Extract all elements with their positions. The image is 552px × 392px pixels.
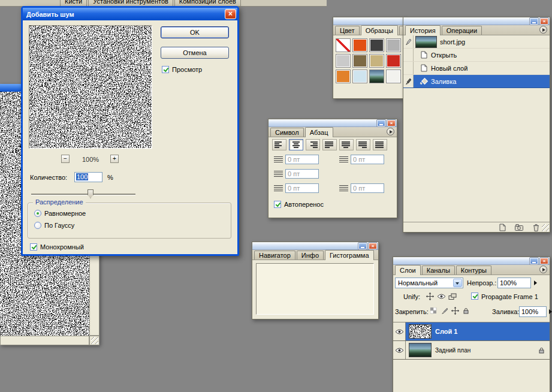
unify-style-button[interactable] [447,292,458,301]
history-titlebar[interactable]: × [403,17,550,25]
history-step-open[interactable]: Открыть [403,49,550,62]
layer-row-background[interactable]: Задний план [393,341,550,360]
propagate-checkbox[interactable] [471,293,478,300]
uniform-radio[interactable] [34,210,41,217]
swatch[interactable] [386,70,401,83]
dialog-titlebar[interactable]: Добавить шум × [23,8,237,20]
align-center-button[interactable] [289,139,303,150]
history-step-fill[interactable]: Заливка [403,75,550,88]
tab-layers[interactable]: Слои [395,265,421,275]
monochrome-checkbox[interactable] [30,243,37,251]
justify-last-right-button[interactable] [356,139,370,150]
swatch[interactable] [352,70,367,83]
space-after-field[interactable]: 0 пт [351,183,384,193]
swatch[interactable] [369,38,384,52]
histogram-titlebar[interactable]: × [252,242,378,250]
swatch[interactable] [369,54,384,68]
trash-button[interactable] [530,223,541,232]
swatch-none[interactable] [336,38,351,52]
hyphenate-checkbox[interactable] [274,201,281,208]
lock-transparency-button[interactable] [428,306,439,315]
swatch[interactable] [336,54,351,68]
history-brush-well[interactable] [403,75,414,88]
swatch[interactable] [386,38,401,52]
tab-actions[interactable]: Операции [442,26,482,35]
tab-swatches[interactable]: Образцы [361,25,398,35]
opacity-value[interactable]: 100% [497,278,531,288]
unify-position-button[interactable] [424,292,435,301]
lock-pixels-button[interactable] [439,306,450,315]
palette-resize-grip[interactable] [542,224,549,231]
blend-mode-select[interactable]: Нормальный [395,278,463,288]
fill-value[interactable]: 100% [519,306,547,317]
visibility-well[interactable] [393,322,406,340]
swatches-titlebar[interactable] [333,17,404,25]
visibility-well[interactable] [393,341,406,359]
monochrome-label: Монохромный [40,243,84,251]
lock-position-button[interactable] [450,306,460,315]
ok-button[interactable]: OK [161,26,229,38]
justify-last-left-button[interactable] [322,139,337,150]
cancel-button[interactable]: Отмена [161,47,229,59]
opacity-scrub-arrow-icon[interactable] [534,281,537,285]
minimize-button[interactable] [358,243,367,249]
history-brush-well[interactable] [403,49,414,61]
palette-menu-button[interactable] [387,128,394,135]
lock-all-button[interactable] [460,306,471,315]
tab-channels[interactable]: Каналы [422,266,455,275]
indent-left-field[interactable]: 0 пт [285,155,319,164]
close-button[interactable]: × [540,258,548,264]
history-step-new-layer[interactable]: Новый слой [403,62,550,75]
zoom-in-button[interactable]: + [110,155,119,163]
tab-info[interactable]: Инфо [297,251,324,260]
horizontal-scrollbar[interactable] [0,336,89,345]
zoom-out-button[interactable]: − [61,155,70,163]
close-button[interactable]: × [540,18,548,25]
gaussian-radio[interactable] [34,222,41,229]
swatch[interactable] [352,54,367,68]
history-snapshot-row[interactable]: short.jpg [403,35,550,49]
amount-input[interactable]: 100 [74,172,102,182]
justify-all-button[interactable] [373,139,387,150]
history-brush-well[interactable] [403,35,414,48]
new-document-from-state-button[interactable] [497,223,508,232]
first-line-indent-field[interactable]: 0 пт [285,169,319,179]
unify-visibility-button[interactable] [436,292,447,301]
new-snapshot-button[interactable] [514,223,524,232]
space-before-field[interactable]: 0 пт [285,183,319,193]
tab-histogram[interactable]: Гистограмма [325,250,374,260]
indent-right-field[interactable]: 0 пт [351,155,384,164]
dialog-close-button[interactable]: × [225,9,236,19]
swatch-image[interactable] [369,70,384,83]
noise-preview[interactable] [29,25,152,149]
justify-last-center-button[interactable] [339,139,354,150]
align-right-button[interactable] [306,139,320,150]
swatch[interactable] [386,54,401,68]
tab-paragraph[interactable]: Абзац [305,127,333,137]
dropdown-arrow-icon[interactable] [453,279,462,287]
palette-menu-button[interactable] [539,26,547,34]
tab-navigator[interactable]: Навигатор [254,251,295,260]
paragraph-titlebar[interactable]: × [269,119,397,127]
swatch[interactable] [352,38,367,52]
minimize-button[interactable] [377,120,385,126]
minimize-button[interactable] [530,18,538,25]
layers-titlebar[interactable]: × [393,257,550,265]
close-button[interactable]: × [387,120,396,126]
minimize-button[interactable] [530,258,538,264]
swatch[interactable] [336,70,351,83]
amount-slider-thumb[interactable] [88,189,93,198]
window-resize-grip[interactable] [89,336,99,345]
fill-scrub-arrow-icon[interactable] [549,309,552,314]
preview-checkbox[interactable] [162,66,169,73]
amount-slider-track[interactable] [31,194,135,195]
tab-paths[interactable]: Контуры [456,266,491,275]
close-button[interactable]: × [369,243,377,249]
palette-menu-button[interactable] [539,266,547,273]
layer-row-layer1[interactable]: Слой 1 [393,322,550,341]
tab-character[interactable]: Символ [270,128,304,137]
history-brush-well[interactable] [403,62,414,74]
align-left-button[interactable] [272,139,286,150]
tab-history[interactable]: История [405,25,441,35]
tab-color[interactable]: Цвет [335,26,360,35]
